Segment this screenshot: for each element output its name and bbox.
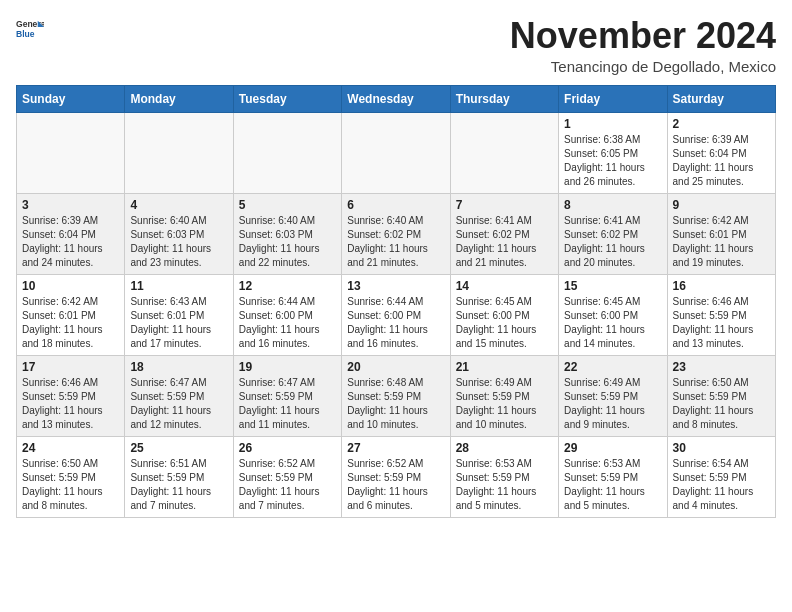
weekday-header-saturday: Saturday [667, 85, 775, 112]
calendar-day-cell: 12Sunrise: 6:44 AM Sunset: 6:00 PM Dayli… [233, 274, 341, 355]
day-number: 16 [673, 279, 770, 293]
day-info: Sunrise: 6:46 AM Sunset: 5:59 PM Dayligh… [673, 295, 770, 351]
day-number: 9 [673, 198, 770, 212]
day-info: Sunrise: 6:49 AM Sunset: 5:59 PM Dayligh… [456, 376, 553, 432]
day-number: 15 [564, 279, 661, 293]
day-number: 19 [239, 360, 336, 374]
day-info: Sunrise: 6:45 AM Sunset: 6:00 PM Dayligh… [564, 295, 661, 351]
calendar-day-cell: 29Sunrise: 6:53 AM Sunset: 5:59 PM Dayli… [559, 436, 667, 517]
day-info: Sunrise: 6:45 AM Sunset: 6:00 PM Dayligh… [456, 295, 553, 351]
day-info: Sunrise: 6:38 AM Sunset: 6:05 PM Dayligh… [564, 133, 661, 189]
calendar-day-cell: 27Sunrise: 6:52 AM Sunset: 5:59 PM Dayli… [342, 436, 450, 517]
day-number: 8 [564, 198, 661, 212]
calendar-day-cell: 15Sunrise: 6:45 AM Sunset: 6:00 PM Dayli… [559, 274, 667, 355]
calendar-day-cell: 23Sunrise: 6:50 AM Sunset: 5:59 PM Dayli… [667, 355, 775, 436]
day-info: Sunrise: 6:44 AM Sunset: 6:00 PM Dayligh… [239, 295, 336, 351]
calendar-day-cell: 6Sunrise: 6:40 AM Sunset: 6:02 PM Daylig… [342, 193, 450, 274]
day-info: Sunrise: 6:40 AM Sunset: 6:02 PM Dayligh… [347, 214, 444, 270]
day-info: Sunrise: 6:44 AM Sunset: 6:00 PM Dayligh… [347, 295, 444, 351]
day-number: 29 [564, 441, 661, 455]
day-number: 28 [456, 441, 553, 455]
calendar-day-cell [233, 112, 341, 193]
calendar-week-row: 24Sunrise: 6:50 AM Sunset: 5:59 PM Dayli… [17, 436, 776, 517]
day-number: 6 [347, 198, 444, 212]
calendar-day-cell: 26Sunrise: 6:52 AM Sunset: 5:59 PM Dayli… [233, 436, 341, 517]
day-number: 14 [456, 279, 553, 293]
day-info: Sunrise: 6:50 AM Sunset: 5:59 PM Dayligh… [673, 376, 770, 432]
day-info: Sunrise: 6:39 AM Sunset: 6:04 PM Dayligh… [673, 133, 770, 189]
day-number: 3 [22, 198, 119, 212]
day-info: Sunrise: 6:42 AM Sunset: 6:01 PM Dayligh… [673, 214, 770, 270]
calendar-day-cell: 4Sunrise: 6:40 AM Sunset: 6:03 PM Daylig… [125, 193, 233, 274]
calendar-week-row: 1Sunrise: 6:38 AM Sunset: 6:05 PM Daylig… [17, 112, 776, 193]
calendar-day-cell: 11Sunrise: 6:43 AM Sunset: 6:01 PM Dayli… [125, 274, 233, 355]
calendar-day-cell: 16Sunrise: 6:46 AM Sunset: 5:59 PM Dayli… [667, 274, 775, 355]
location-subtitle: Tenancingo de Degollado, Mexico [510, 58, 776, 75]
weekday-header-monday: Monday [125, 85, 233, 112]
calendar-day-cell: 13Sunrise: 6:44 AM Sunset: 6:00 PM Dayli… [342, 274, 450, 355]
day-number: 7 [456, 198, 553, 212]
weekday-header-sunday: Sunday [17, 85, 125, 112]
calendar-day-cell [17, 112, 125, 193]
title-block: November 2024 Tenancingo de Degollado, M… [510, 16, 776, 75]
day-info: Sunrise: 6:49 AM Sunset: 5:59 PM Dayligh… [564, 376, 661, 432]
calendar-day-cell: 28Sunrise: 6:53 AM Sunset: 5:59 PM Dayli… [450, 436, 558, 517]
day-info: Sunrise: 6:53 AM Sunset: 5:59 PM Dayligh… [456, 457, 553, 513]
calendar-day-cell [125, 112, 233, 193]
calendar-week-row: 10Sunrise: 6:42 AM Sunset: 6:01 PM Dayli… [17, 274, 776, 355]
weekday-header-tuesday: Tuesday [233, 85, 341, 112]
day-number: 21 [456, 360, 553, 374]
day-number: 27 [347, 441, 444, 455]
day-info: Sunrise: 6:41 AM Sunset: 6:02 PM Dayligh… [564, 214, 661, 270]
day-info: Sunrise: 6:48 AM Sunset: 5:59 PM Dayligh… [347, 376, 444, 432]
day-info: Sunrise: 6:52 AM Sunset: 5:59 PM Dayligh… [239, 457, 336, 513]
svg-text:Blue: Blue [16, 29, 35, 39]
calendar-day-cell: 19Sunrise: 6:47 AM Sunset: 5:59 PM Dayli… [233, 355, 341, 436]
day-number: 25 [130, 441, 227, 455]
day-info: Sunrise: 6:40 AM Sunset: 6:03 PM Dayligh… [130, 214, 227, 270]
calendar-day-cell: 17Sunrise: 6:46 AM Sunset: 5:59 PM Dayli… [17, 355, 125, 436]
day-info: Sunrise: 6:50 AM Sunset: 5:59 PM Dayligh… [22, 457, 119, 513]
calendar-day-cell: 22Sunrise: 6:49 AM Sunset: 5:59 PM Dayli… [559, 355, 667, 436]
calendar-day-cell [450, 112, 558, 193]
weekday-header-friday: Friday [559, 85, 667, 112]
day-number: 10 [22, 279, 119, 293]
day-info: Sunrise: 6:41 AM Sunset: 6:02 PM Dayligh… [456, 214, 553, 270]
weekday-header-row: SundayMondayTuesdayWednesdayThursdayFrid… [17, 85, 776, 112]
day-number: 23 [673, 360, 770, 374]
day-number: 26 [239, 441, 336, 455]
day-info: Sunrise: 6:52 AM Sunset: 5:59 PM Dayligh… [347, 457, 444, 513]
day-number: 2 [673, 117, 770, 131]
calendar-day-cell: 18Sunrise: 6:47 AM Sunset: 5:59 PM Dayli… [125, 355, 233, 436]
calendar-day-cell: 24Sunrise: 6:50 AM Sunset: 5:59 PM Dayli… [17, 436, 125, 517]
calendar-day-cell: 9Sunrise: 6:42 AM Sunset: 6:01 PM Daylig… [667, 193, 775, 274]
day-info: Sunrise: 6:54 AM Sunset: 5:59 PM Dayligh… [673, 457, 770, 513]
day-number: 13 [347, 279, 444, 293]
calendar-day-cell: 3Sunrise: 6:39 AM Sunset: 6:04 PM Daylig… [17, 193, 125, 274]
calendar-day-cell: 5Sunrise: 6:40 AM Sunset: 6:03 PM Daylig… [233, 193, 341, 274]
day-number: 12 [239, 279, 336, 293]
day-info: Sunrise: 6:46 AM Sunset: 5:59 PM Dayligh… [22, 376, 119, 432]
calendar-day-cell: 21Sunrise: 6:49 AM Sunset: 5:59 PM Dayli… [450, 355, 558, 436]
calendar-day-cell: 8Sunrise: 6:41 AM Sunset: 6:02 PM Daylig… [559, 193, 667, 274]
day-number: 4 [130, 198, 227, 212]
day-info: Sunrise: 6:53 AM Sunset: 5:59 PM Dayligh… [564, 457, 661, 513]
calendar-day-cell: 30Sunrise: 6:54 AM Sunset: 5:59 PM Dayli… [667, 436, 775, 517]
calendar-day-cell: 14Sunrise: 6:45 AM Sunset: 6:00 PM Dayli… [450, 274, 558, 355]
calendar-day-cell: 10Sunrise: 6:42 AM Sunset: 6:01 PM Dayli… [17, 274, 125, 355]
day-info: Sunrise: 6:51 AM Sunset: 5:59 PM Dayligh… [130, 457, 227, 513]
calendar-day-cell: 2Sunrise: 6:39 AM Sunset: 6:04 PM Daylig… [667, 112, 775, 193]
day-number: 18 [130, 360, 227, 374]
weekday-header-thursday: Thursday [450, 85, 558, 112]
day-info: Sunrise: 6:40 AM Sunset: 6:03 PM Dayligh… [239, 214, 336, 270]
month-title: November 2024 [510, 16, 776, 56]
day-number: 11 [130, 279, 227, 293]
day-number: 22 [564, 360, 661, 374]
calendar-day-cell: 7Sunrise: 6:41 AM Sunset: 6:02 PM Daylig… [450, 193, 558, 274]
day-number: 30 [673, 441, 770, 455]
day-info: Sunrise: 6:47 AM Sunset: 5:59 PM Dayligh… [130, 376, 227, 432]
calendar-day-cell: 1Sunrise: 6:38 AM Sunset: 6:05 PM Daylig… [559, 112, 667, 193]
day-number: 5 [239, 198, 336, 212]
calendar-table: SundayMondayTuesdayWednesdayThursdayFrid… [16, 85, 776, 518]
day-number: 1 [564, 117, 661, 131]
